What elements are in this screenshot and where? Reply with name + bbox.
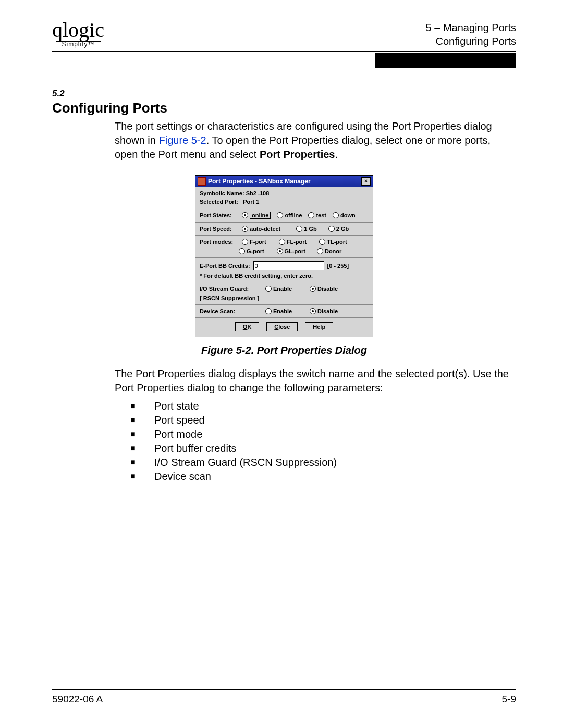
header-line2: Configuring Ports <box>426 34 516 48</box>
radio-offline[interactable]: offline <box>277 212 302 218</box>
bb-credits-row: E-Port BB Credits: [0 - 255] <box>200 261 369 270</box>
radio-2gb[interactable]: 2 Gb <box>328 226 349 232</box>
port-states-row: Port States: online offline test down <box>200 212 369 219</box>
page-header: qlogic Simplify™ 5 – Managing Ports Conf… <box>52 21 516 52</box>
list-item: Port state <box>130 400 516 412</box>
symbolic-name-value: Sb2 .108 <box>246 190 270 196</box>
radio-gl-port[interactable]: GL-port <box>277 248 305 254</box>
header-black-bar <box>375 53 516 68</box>
dialog-titlebar: Port Properties - SANbox Manager × <box>195 176 373 187</box>
footer-page-number: 5-9 <box>502 694 516 705</box>
radio-down[interactable]: down <box>333 212 356 218</box>
bb-credits-range: [0 - 255] <box>327 263 349 269</box>
header-breadcrumb: 5 – Managing Ports Configuring Ports <box>426 21 516 48</box>
device-scan-row: Device Scan: Enable Disable <box>200 308 369 314</box>
header-line1: 5 – Managing Ports <box>426 21 516 34</box>
radio-io-enable[interactable]: Enable <box>265 286 292 292</box>
intro-text-3: . <box>335 149 338 160</box>
dialog-title-text: Port Properties - SANbox Manager <box>208 178 311 185</box>
close-button[interactable]: Close <box>266 322 298 331</box>
radio-fl-port[interactable]: FL-port <box>279 239 307 245</box>
radio-f-port[interactable]: F-port <box>242 239 266 245</box>
radio-io-disable[interactable]: Disable <box>310 286 338 292</box>
symbolic-name-row: Symbolic Name: Sb2 .108 <box>200 190 369 196</box>
selected-port-row: Selected Port: Port 1 <box>200 199 369 205</box>
menu-name: Port Properties <box>260 149 335 160</box>
figure-reference-link[interactable]: Figure 5-2 <box>159 134 206 146</box>
dialog-app-icon <box>198 177 206 186</box>
port-modes-label: Port modes: <box>200 239 239 245</box>
logo-tagline: Simplify™ <box>62 41 94 48</box>
radio-scan-disable[interactable]: Disable <box>310 308 338 314</box>
list-item: Port mode <box>130 428 516 440</box>
symbolic-name-label: Symbolic Name: <box>200 190 244 196</box>
radio-scan-enable[interactable]: Enable <box>265 308 292 314</box>
io-stream-guard-row: I/O Stream Guard: Enable Disable <box>200 286 369 292</box>
radio-1gb[interactable]: 1 Gb <box>296 226 316 232</box>
bb-credits-input[interactable] <box>253 261 324 270</box>
list-item: Port speed <box>130 414 516 426</box>
logo: qlogic Simplify™ <box>52 21 104 48</box>
ok-button[interactable]: OK <box>235 322 260 331</box>
help-button[interactable]: Help <box>305 322 333 331</box>
rscn-suppression-label: [ RSCN Suppression ] <box>200 295 369 301</box>
parameter-list: Port state Port speed Port mode Port buf… <box>130 400 516 483</box>
section-number: 5.2 <box>52 89 516 99</box>
radio-auto-detect[interactable]: auto-detect <box>242 226 280 232</box>
list-item: Device scan <box>130 471 516 483</box>
port-speed-row: Port Speed: auto-detect 1 Gb 2 Gb <box>200 226 369 232</box>
device-scan-label: Device Scan: <box>200 308 262 314</box>
radio-donor[interactable]: Donor <box>317 248 341 254</box>
section-title: Configuring Ports <box>52 100 516 116</box>
port-properties-dialog: Port Properties - SANbox Manager × Symbo… <box>195 175 373 337</box>
radio-online[interactable]: online <box>242 212 271 219</box>
paragraph-2: The Port Properties dialog displays the … <box>115 367 511 395</box>
port-modes-row2: G-port GL-port Donor <box>239 248 369 254</box>
intro-paragraph: The port settings or characteristics are… <box>115 119 511 162</box>
selected-port-value: Port 1 <box>243 199 259 205</box>
radio-test[interactable]: test <box>308 212 326 218</box>
close-icon[interactable]: × <box>361 177 371 186</box>
port-speed-label: Port Speed: <box>200 226 239 232</box>
radio-tl-port[interactable]: TL-port <box>319 239 347 245</box>
page-footer: 59022-06 A 5-9 <box>52 689 516 705</box>
footer-doc-id: 59022-06 A <box>52 694 103 705</box>
selected-port-label: Selected Port: <box>200 199 238 205</box>
bb-credits-label: E-Port BB Credits: <box>200 263 250 269</box>
dialog-buttons: OK Close Help <box>200 322 369 331</box>
io-stream-guard-label: I/O Stream Guard: <box>200 286 262 292</box>
logo-text: qlogic <box>52 21 104 40</box>
port-states-label: Port States: <box>200 212 239 218</box>
list-item: I/O Stream Guard (RSCN Suppression) <box>130 456 516 468</box>
list-item: Port buffer credits <box>130 442 516 454</box>
port-modes-row1: Port modes: F-port FL-port TL-port <box>200 239 369 245</box>
radio-g-port[interactable]: G-port <box>239 248 264 254</box>
figure-caption: Figure 5-2. Port Properties Dialog <box>52 344 516 356</box>
bb-credits-note: * For default BB credit setting, enter z… <box>200 273 369 279</box>
